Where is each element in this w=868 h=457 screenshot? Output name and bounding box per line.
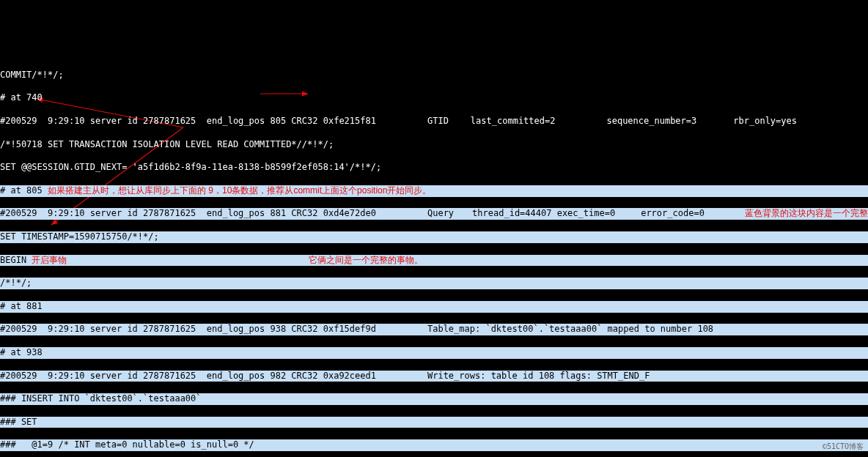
watermark: ©51CTO博客 [823, 441, 864, 453]
log-field: Write_rows: table id 108 flags: STMT_END… [427, 371, 650, 381]
log-line: COMMIT/*!*/; [0, 70, 868, 81]
log-line: SET @@SESSION.GTID_NEXT= 'a5f1d6b2-8f9a-… [0, 162, 868, 174]
log-line-highlight: #200529 9:29:10 server id 2787871625 end… [0, 208, 868, 220]
log-field: Table_map: `dktest00`.`testaaa00` mapped… [427, 324, 713, 334]
log-line-highlight: SET TIMESTAMP=1590715750/*!*/; [0, 231, 868, 243]
log-text: #200529 9:29:10 server id 2787871625 end… [0, 116, 376, 126]
log-line-highlight: # at 805 如果搭建主从时，想让从库同步上下面的 9，10条数据，推荐从c… [0, 185, 868, 197]
log-field: Query [427, 208, 454, 218]
log-field: rbr_only=yes [733, 116, 797, 126]
log-text: #200529 9:29:10 server id 2787871625 end… [0, 208, 376, 218]
annotation-binlog: 蓝色背景的这块内容是一个完整的binlog。 [745, 208, 868, 218]
log-line-highlight: #200529 9:29:10 server id 2787871625 end… [0, 324, 868, 335]
log-line-highlight: BEGIN 开启事物它俩之间是一个完整的事物。 [0, 255, 868, 267]
log-line-highlight: # at 881 [0, 301, 868, 313]
log-line: # at 740 [0, 92, 868, 104]
log-text: # at 805 [0, 185, 48, 196]
log-field: last_committed=2 [471, 116, 556, 126]
log-begin: BEGIN [0, 255, 32, 265]
annotation-position: 如果搭建主从时，想让从库同步上下面的 9，10条数据，推荐从commit上面这个… [48, 185, 431, 196]
log-line-highlight: #200529 9:29:10 server id 2787871625 end… [0, 371, 868, 382]
annotation-begin: 开启事物 [32, 255, 67, 265]
log-field: sequence_number=3 [606, 116, 696, 126]
log-line-highlight: ### INSERT INTO `dktest00`.`testaaa00` [0, 393, 868, 405]
log-line-highlight: # at 938 [0, 347, 868, 359]
log-field: thread_id=44407 exec_time=0 [472, 208, 615, 218]
log-line-highlight: /*!*/; [0, 278, 868, 289]
log-gtid: GTID [427, 116, 449, 126]
log-field: error_code=0 [641, 208, 705, 218]
annotation-arrows [0, 0, 868, 457]
log-line: /*!50718 SET TRANSACTION ISOLATION LEVEL… [0, 139, 868, 151]
log-line-highlight: ### SET [0, 417, 868, 428]
log-line: #200529 9:29:10 server id 2787871625 end… [0, 116, 868, 127]
log-text: #200529 9:29:10 server id 2787871625 end… [0, 324, 376, 334]
log-line-highlight: ### @1=9 /* INT meta=0 nullable=0 is_nul… [0, 439, 868, 451]
log-text: #200529 9:29:10 server id 2787871625 end… [0, 371, 376, 381]
annotation-tx: 它俩之间是一个完整的事物。 [309, 255, 423, 265]
